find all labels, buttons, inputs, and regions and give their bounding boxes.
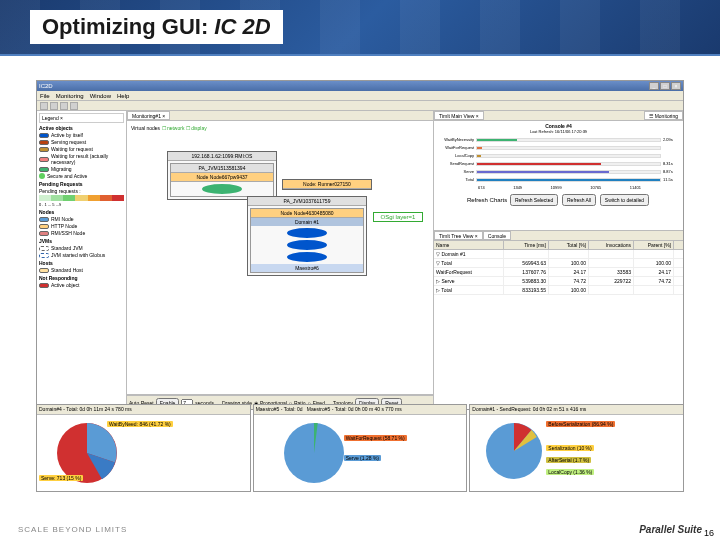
legend-item: Active by itself: [39, 132, 124, 138]
pie-tab[interactable]: Maestro#5 - Total: 0d Maestro#5 - Total:…: [254, 405, 467, 415]
pie-legend-a: BeforeSerialization (86.94 %): [546, 421, 615, 427]
pending-title: Pending Requests: [39, 181, 124, 187]
table-row[interactable]: WaitForRequest137607.7624.173358324.17: [434, 268, 683, 277]
pending-bars: [39, 195, 124, 201]
maximize-button[interactable]: □: [660, 82, 670, 90]
center-tabs: Monitoring#1 ×: [127, 111, 433, 121]
jvm-title: JVMs: [39, 238, 124, 244]
legend-item: JVM started with Globus: [39, 252, 124, 258]
pending-sub: Pending requests :: [39, 188, 124, 194]
mae-label: Maestro#6: [251, 264, 363, 272]
console-tab[interactable]: Console: [483, 231, 511, 240]
center-panel: Monitoring#1 × Virtual nodes ☐ network ☐…: [127, 111, 433, 409]
pie-charts-row: Domain#4 - Total: 0d 0h 11m 24 s 780 ms …: [36, 404, 684, 492]
table-row[interactable]: ▷ Serve539883.3074.7222972274.72: [434, 277, 683, 286]
nodes-title: Nodes: [39, 209, 124, 215]
pie-panel-domain1: Domain#1 - SendRequest: 0d 0h 02 m 51 s …: [469, 404, 684, 492]
pie-chart-icon: [57, 423, 117, 483]
table-row[interactable]: ▽ Total569943.63100.00100.00: [434, 259, 683, 268]
node2: Node Node4630485080: [251, 209, 363, 218]
runner-box[interactable]: Node: Runner027150: [282, 179, 372, 190]
footer-right: Parallel Suite: [639, 524, 702, 535]
swatch-icon: [39, 224, 49, 229]
pie-legend-b: Serve: 713 (15 %): [39, 475, 83, 481]
legend-item: Secure and Active: [39, 173, 124, 179]
right-panel: TimIt Main View × ☰ Monitoring Console #…: [433, 111, 683, 409]
host-pa: PA_JVM1513581394: [171, 164, 273, 173]
menubar: File Monitoring Window Help: [37, 91, 683, 101]
pie-chart-icon: [486, 423, 542, 479]
tool-icon[interactable]: [50, 102, 58, 110]
console-chart: Console #4 Last Refresh: 16/11/06 17:20:…: [434, 121, 683, 231]
titlebar[interactable]: IC2D _ □ ×: [37, 81, 683, 91]
monitor-area[interactable]: Virtual nodes ☐ network ☐ display 192.16…: [127, 121, 433, 395]
ao-oval-icon[interactable]: [287, 228, 327, 238]
chart-xaxis: 6741349109991076511401: [436, 185, 681, 190]
pie-panel-domain4: Domain#4 - Total: 0d 0h 11m 24 s 780 ms …: [36, 404, 251, 492]
legend-item: Standard Host: [39, 267, 124, 273]
slide-header: Optimizing GUI: IC 2D: [0, 0, 720, 56]
swatch-icon: [39, 217, 49, 222]
osgi-label: OSgi layer=1: [373, 212, 423, 222]
pie-legend-c: AfterSerial (1.7 %): [546, 457, 591, 463]
slide-title: Optimizing GUI: IC 2D: [30, 10, 283, 44]
menu-window[interactable]: Window: [90, 93, 111, 99]
legend-item: Active object: [39, 282, 124, 288]
pie-legend-d: LocalCopy (1.36 %): [546, 469, 594, 475]
node2-box[interactable]: PA_JVM1037611759 Node Node4630485080 Dom…: [247, 196, 367, 276]
refresh-selected-button[interactable]: Refresh Selected: [510, 194, 558, 206]
table-row[interactable]: ▽ Domain #1: [434, 250, 683, 259]
swatch-icon: [39, 253, 49, 258]
legend-tab[interactable]: Legend ×: [39, 113, 124, 123]
refresh-all-button[interactable]: Refresh All: [562, 194, 596, 206]
close-button[interactable]: ×: [671, 82, 681, 90]
ao-title: Active objects: [39, 125, 124, 131]
chart-subtitle: Last Refresh: 16/11/06 17:20:39: [436, 129, 681, 134]
menu-monitoring[interactable]: Monitoring: [56, 93, 84, 99]
ao-oval-icon[interactable]: [287, 252, 327, 262]
table-row[interactable]: ▷ Total833193.55100.00: [434, 286, 683, 295]
menu-file[interactable]: File: [40, 93, 50, 99]
host-ip: 192.168.1.62:1099:RMI:OS: [168, 152, 276, 161]
timit-tab[interactable]: TimIt Main View ×: [434, 111, 484, 120]
pie-chart-icon: [284, 423, 344, 483]
monitoring-tab[interactable]: Monitoring#1 ×: [127, 111, 170, 120]
ao-oval-icon[interactable]: [287, 240, 327, 250]
pie-panel-maestro5: Maestro#5 - Total: 0d Maestro#5 - Total:…: [253, 404, 468, 492]
pie-legend-a: WaitForRequest (58.71 %): [344, 435, 407, 441]
pa2: PA_JVM1037611759: [248, 197, 366, 206]
pie-tab[interactable]: Domain#1 - SendRequest: 0d 0h 02 m 51 s …: [470, 405, 683, 415]
tool-icon[interactable]: [70, 102, 78, 110]
host-node-box[interactable]: 192.168.1.62:1099:RMI:OS PA_JVM151358139…: [167, 151, 277, 200]
minimize-button[interactable]: _: [649, 82, 659, 90]
swatch-icon: [39, 133, 49, 138]
tree-tab[interactable]: TimIt Tree View ×: [434, 231, 483, 240]
pie-tab[interactable]: Domain#4 - Total: 0d 0h 11m 24 s 780 ms: [37, 405, 250, 415]
page-number: 16: [704, 528, 714, 538]
legend-item: Standard JVM: [39, 245, 124, 251]
legend-item: Waiting for request: [39, 146, 124, 152]
refresh-row: Refresh Charts Refresh Selected Refresh …: [436, 194, 681, 206]
notresp-title: Not Responding: [39, 275, 124, 281]
toolbar: [37, 101, 683, 111]
legend-item: RMI/SSH Node: [39, 230, 124, 236]
swatch-icon: [39, 231, 49, 236]
swatch-icon: [39, 140, 49, 145]
legend-item: RMI Node: [39, 216, 124, 222]
tool-icon[interactable]: [60, 102, 68, 110]
menu-help[interactable]: Help: [117, 93, 129, 99]
swatch-icon: [39, 157, 49, 162]
pie-legend-a: WaitByNeed: 846 (41.72 %): [107, 421, 173, 427]
ao-oval-icon[interactable]: [202, 184, 242, 194]
swatch-icon: [39, 268, 49, 273]
footer-left: SCALE BEYOND LIMITS: [18, 525, 127, 534]
slide-footer: SCALE BEYOND LIMITS Parallel Suite: [0, 518, 720, 540]
monitoring-mini-tab[interactable]: ☰ Monitoring: [644, 111, 683, 120]
legend-panel: Legend × Active objects Active by itself…: [37, 111, 127, 409]
tool-icon[interactable]: [40, 102, 48, 110]
legend-item: Waiting for result (actually necessary): [39, 153, 124, 165]
table-header: NameTime [ms]Total [%]InvocationsParent …: [434, 241, 683, 250]
pie-legend-b: Serialization (10 %): [546, 445, 593, 451]
switch-detailed-button[interactable]: Switch to detailed: [600, 194, 649, 206]
swatch-icon: [39, 147, 49, 152]
